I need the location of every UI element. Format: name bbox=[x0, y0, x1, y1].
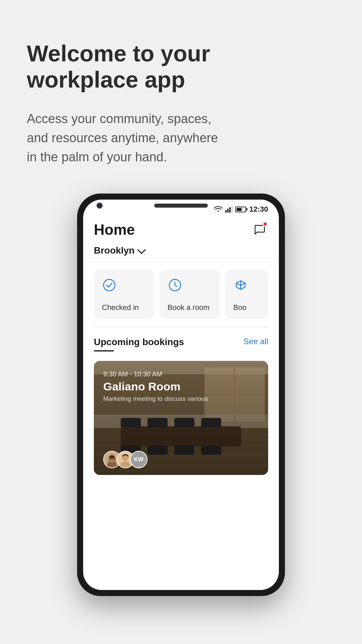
checkmark-circle-icon bbox=[102, 278, 117, 292]
quick-actions-container: Checked in Book a room bbox=[83, 262, 279, 327]
phone-camera bbox=[97, 203, 103, 209]
booking-time: 9:30 AM - 10:30 AM bbox=[103, 370, 259, 378]
checked-in-label: Checked in bbox=[102, 303, 146, 312]
app-header: Home bbox=[83, 216, 279, 243]
book-other-card[interactable]: Boo bbox=[225, 270, 268, 319]
app-title: Home bbox=[94, 221, 135, 238]
bookings-title-group: Upcoming bookings bbox=[94, 337, 184, 352]
hero-headline: Welcome to your workplace app bbox=[27, 40, 215, 93]
avatar-kw: KW bbox=[130, 451, 147, 468]
cube-icon bbox=[233, 278, 248, 292]
booking-avatars: KW bbox=[103, 451, 143, 468]
phone-outer: 12:30 Home Brooklyn bbox=[77, 194, 285, 596]
location-bar: Brooklyn bbox=[83, 243, 279, 262]
location-name: Brooklyn bbox=[94, 245, 134, 256]
booking-description: Marketing meeting to discuss various bbox=[103, 395, 259, 402]
page-wrapper: Welcome to your workplace app Access you… bbox=[0, 0, 362, 644]
hero-subtitle: Access your community, spaces, and resou… bbox=[27, 109, 221, 167]
booking-content: 9:30 AM - 10:30 AM Galiano Room Marketin… bbox=[94, 361, 268, 402]
phone-speaker bbox=[154, 204, 208, 208]
phone-top-bar bbox=[77, 200, 285, 212]
booking-card[interactable]: 9:30 AM - 10:30 AM Galiano Room Marketin… bbox=[94, 361, 268, 475]
booking-room-name: Galiano Room bbox=[103, 380, 259, 393]
book-room-label: Book a room bbox=[168, 303, 212, 312]
book-other-label: Boo bbox=[233, 303, 260, 312]
notification-dot bbox=[263, 222, 267, 226]
phone-mockup: 12:30 Home Brooklyn bbox=[77, 194, 285, 596]
bookings-section: Upcoming bookings See all bbox=[83, 327, 279, 361]
bookings-header: Upcoming bookings See all bbox=[94, 337, 268, 352]
location-selector[interactable]: Brooklyn bbox=[94, 245, 268, 256]
clock-icon bbox=[168, 278, 182, 292]
notification-button[interactable] bbox=[251, 221, 268, 238]
see-all-link[interactable]: See all bbox=[244, 337, 268, 346]
checked-in-card[interactable]: Checked in bbox=[94, 270, 154, 319]
chevron-down-icon bbox=[137, 246, 146, 254]
bookings-underline bbox=[94, 350, 114, 352]
avatar-kw-label: KW bbox=[134, 456, 143, 463]
book-room-card[interactable]: Book a room bbox=[160, 270, 220, 319]
svg-point-4 bbox=[104, 279, 115, 291]
phone-screen: 12:30 Home Brooklyn bbox=[83, 200, 279, 590]
bookings-title: Upcoming bookings bbox=[94, 337, 184, 347]
